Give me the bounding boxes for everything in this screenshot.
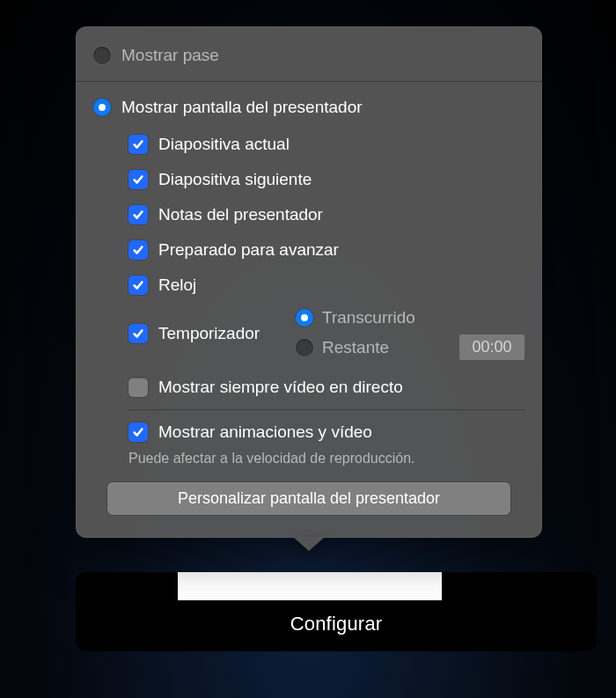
radio-remaining[interactable]	[296, 339, 313, 356]
slide-thumbnail-strip	[178, 572, 442, 600]
radio-presenter-display-label: Mostrar pantalla del presentador	[121, 98, 363, 117]
configure-bar: Configurar	[76, 572, 597, 651]
radio-elapsed[interactable]	[296, 309, 313, 327]
checkbox-always-live-video[interactable]	[128, 378, 148, 397]
label-clock: Reloj	[158, 276, 196, 295]
checkbox-show-animations[interactable]	[128, 422, 148, 442]
label-presenter-notes: Notas del presentador	[158, 205, 323, 224]
radio-show-slideshow[interactable]	[93, 47, 111, 64]
radio-row-remaining-inner[interactable]: Restante	[296, 338, 389, 357]
checkbox-timer[interactable]	[128, 324, 148, 343]
row-always-live-video[interactable]: Mostrar siempre vídeo en directo	[128, 374, 524, 400]
divider	[128, 409, 524, 410]
row-current-slide[interactable]: Diapositiva actual	[128, 131, 524, 158]
label-always-live-video: Mostrar siempre vídeo en directo	[158, 378, 403, 397]
animations-group: Mostrar animaciones y vídeo	[93, 419, 524, 445]
label-elapsed: Transcurrido	[322, 308, 415, 327]
label-timer: Temporizador	[158, 324, 260, 343]
label-next-slide: Diapositiva siguiente	[158, 170, 312, 189]
playback-speed-hint: Puede afectar a la velocidad de reproduc…	[93, 451, 524, 467]
presenter-display-popover: Mostrar pase Mostrar pantalla del presen…	[76, 26, 542, 538]
row-next-slide[interactable]: Diapositiva siguiente	[128, 166, 524, 193]
radio-row-remaining: Restante 00:00	[296, 334, 524, 360]
timer-mode-group: Transcurrido Restante 00:00	[296, 308, 524, 360]
row-timer-left[interactable]: Temporizador	[128, 324, 278, 343]
label-ready-to-advance: Preparado para avanzar	[158, 240, 339, 260]
checkbox-clock[interactable]	[128, 276, 148, 295]
configure-button-label[interactable]: Configurar	[290, 613, 383, 636]
row-ready-to-advance[interactable]: Preparado para avanzar	[128, 237, 524, 263]
row-show-animations[interactable]: Mostrar animaciones y vídeo	[128, 419, 524, 445]
customize-presenter-display-button[interactable]: Personalizar pantalla del presentador	[107, 482, 510, 515]
label-show-animations: Mostrar animaciones y vídeo	[158, 422, 372, 442]
label-current-slide: Diapositiva actual	[158, 135, 290, 154]
remaining-time-field[interactable]: 00:00	[459, 334, 524, 360]
checkbox-next-slide[interactable]	[128, 170, 148, 189]
checkbox-presenter-notes[interactable]	[128, 205, 148, 224]
checkbox-current-slide[interactable]	[128, 135, 148, 154]
section-presenter-display: Mostrar pantalla del presentador Diaposi…	[76, 82, 542, 524]
row-clock[interactable]: Reloj	[128, 272, 524, 298]
row-presenter-notes[interactable]: Notas del presentador	[128, 202, 524, 228]
radio-show-presenter-display[interactable]	[93, 99, 111, 116]
checkbox-ready-to-advance[interactable]	[128, 240, 148, 260]
radio-row-elapsed[interactable]: Transcurrido	[296, 308, 524, 327]
presenter-options-list: Diapositiva actual Diapositiva siguiente…	[93, 131, 524, 400]
label-remaining: Restante	[322, 338, 389, 357]
radio-show-slideshow-label: Mostrar pase	[121, 46, 219, 65]
radio-row-presenter-display[interactable]: Mostrar pantalla del presentador	[93, 94, 524, 121]
row-timer: Temporizador Transcurrido Restante 00:00	[128, 307, 524, 360]
radio-row-show-slideshow[interactable]: Mostrar pase	[93, 42, 524, 69]
section-show-slideshow: Mostrar pase	[76, 26, 542, 82]
